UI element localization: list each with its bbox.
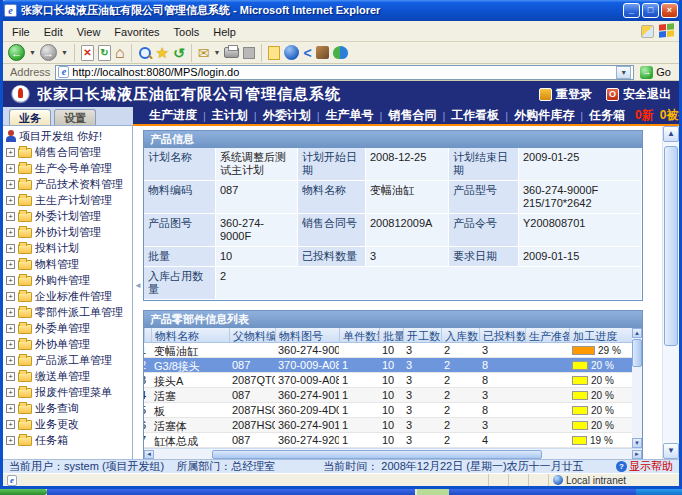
expand-plus-icon[interactable]: +	[6, 244, 15, 253]
notes-button[interactable]	[267, 43, 281, 63]
mail-dropdown-icon[interactable]: ▼	[212, 49, 221, 56]
nav-item-8[interactable]: 任务箱	[583, 107, 631, 124]
expand-plus-icon[interactable]: +	[6, 372, 15, 381]
forward-button[interactable]: →	[39, 43, 58, 63]
scrollbar-thumb[interactable]	[664, 146, 678, 346]
favorites-button[interactable]: ★	[155, 43, 170, 63]
back-button[interactable]: ←	[7, 43, 26, 63]
sidebar-collapse-icon[interactable]: ◄	[134, 281, 142, 290]
stop-button[interactable]: ✕	[80, 43, 95, 63]
back-dropdown-icon[interactable]: ▼	[28, 49, 37, 56]
menu-favorites[interactable]: Favorites	[107, 24, 166, 40]
tree-item-7[interactable]: +投料计划	[3, 240, 132, 256]
mail-button[interactable]: ✉	[197, 43, 211, 63]
tab-业务[interactable]: 业务	[9, 109, 51, 125]
tree-item-3[interactable]: +产品技术资料管理	[3, 176, 132, 192]
messenger-button[interactable]	[283, 43, 300, 63]
minimize-button[interactable]: _	[623, 3, 640, 18]
tree-item-16[interactable]: +报废件管理菜单	[3, 384, 132, 400]
scroll-down-icon[interactable]: ▼	[663, 443, 679, 459]
col-8[interactable]: 已投料数	[479, 328, 525, 342]
table-row[interactable]: 3接头A2087QT002370-009-A085011032820 %	[144, 373, 642, 388]
address-dropdown-icon[interactable]: ▼	[616, 66, 631, 79]
table-row[interactable]: 2G3/8接头087370-009-A084011032820 %	[144, 358, 642, 373]
expand-plus-icon[interactable]: +	[6, 260, 15, 269]
title-bar[interactable]: e 张家口长城液压油缸有限公司管理信息系统 - Microsoft Intern…	[0, 0, 682, 21]
menu-edit[interactable]: Edit	[37, 24, 70, 40]
menu-file[interactable]: File	[5, 24, 37, 40]
edit-button[interactable]	[242, 43, 256, 63]
tree-item-19[interactable]: +任务箱	[3, 432, 132, 448]
nav-item-3[interactable]: 外委计划	[257, 107, 317, 124]
col-3[interactable]: 物料图号	[275, 328, 339, 342]
maximize-button[interactable]: □	[642, 3, 659, 18]
scroll-right-icon[interactable]: ►	[632, 450, 642, 459]
expand-plus-icon[interactable]: +	[6, 308, 15, 317]
print-button[interactable]	[223, 43, 240, 63]
expand-plus-icon[interactable]: +	[6, 148, 15, 157]
expand-plus-icon[interactable]: +	[6, 212, 15, 221]
expand-plus-icon[interactable]: +	[6, 228, 15, 237]
taskbar-item[interactable]	[417, 489, 449, 495]
nav-item-6[interactable]: 工作看板	[445, 107, 505, 124]
scroll-up-icon[interactable]: ▲	[663, 126, 679, 142]
tree-item-5[interactable]: +外委计划管理	[3, 208, 132, 224]
nav-item-1[interactable]: 生产进度	[143, 107, 203, 124]
forward-dropdown-icon[interactable]: ▼	[60, 49, 69, 56]
expand-plus-icon[interactable]: +	[6, 164, 15, 173]
start-button[interactable]	[0, 489, 47, 495]
col-1[interactable]: 物料名称	[151, 328, 229, 342]
expand-plus-icon[interactable]: +	[6, 340, 15, 349]
col-4[interactable]: 单件数量	[339, 328, 379, 342]
tree-item-11[interactable]: +零部件派工单管理	[3, 304, 132, 320]
tree-item-8[interactable]: +物料管理	[3, 256, 132, 272]
tree-item-6[interactable]: +外协计划管理	[3, 224, 132, 240]
tree-item-13[interactable]: +外协单管理	[3, 336, 132, 352]
expand-plus-icon[interactable]: +	[6, 180, 15, 189]
scroll-up-icon[interactable]: ▲	[632, 328, 642, 338]
col-7[interactable]: 入库数	[441, 328, 479, 342]
tree-item-10[interactable]: +企业标准件管理	[3, 288, 132, 304]
expand-plus-icon[interactable]: +	[6, 388, 15, 397]
tree-item-1[interactable]: +销售合同管理	[3, 144, 132, 160]
refresh-button[interactable]: ↻	[97, 43, 112, 63]
expand-plus-icon[interactable]: +	[6, 420, 15, 429]
expand-plus-icon[interactable]: +	[6, 356, 15, 365]
show-help-link[interactable]: ? 显示帮助	[616, 459, 673, 473]
col-9[interactable]: 生产准备	[525, 328, 569, 342]
expand-plus-icon[interactable]: +	[6, 196, 15, 205]
tree-item-18[interactable]: +业务更改	[3, 416, 132, 432]
nav-item-5[interactable]: 销售合同	[382, 107, 442, 124]
history-button[interactable]: ↺	[172, 43, 186, 63]
menu-help[interactable]: Help	[206, 24, 243, 40]
nav-item-4[interactable]: 生产单号	[320, 107, 380, 124]
table-row[interactable]: 7缸体总成087360-274-9200F11032419 %	[144, 433, 642, 448]
nav-item-7[interactable]: 外购件库存	[508, 107, 580, 124]
col-5[interactable]: 批量	[379, 328, 403, 342]
tab-设置[interactable]: 设置	[54, 109, 96, 125]
research-button[interactable]	[315, 43, 330, 63]
windows-taskbar[interactable]	[0, 489, 682, 495]
expand-plus-icon[interactable]: +	[6, 292, 15, 301]
parts-table-hscrollbar[interactable]: ◄ ►	[144, 448, 642, 459]
scroll-left-icon[interactable]: ◄	[144, 450, 154, 459]
menu-view[interactable]: View	[70, 24, 108, 40]
tree-item-9[interactable]: +外购件管理	[3, 272, 132, 288]
tree-item-4[interactable]: +主生产计划管理	[3, 192, 132, 208]
msn-button[interactable]: <	[302, 43, 312, 63]
col-10[interactable]: 加工进度	[569, 328, 627, 342]
tree-item-12[interactable]: +外委单管理	[3, 320, 132, 336]
menu-tools[interactable]: Tools	[167, 24, 207, 40]
col-6[interactable]: 开工数	[403, 328, 441, 342]
home-button[interactable]: ⌂	[114, 43, 126, 63]
expand-plus-icon[interactable]: +	[6, 276, 15, 285]
table-row[interactable]: 5板2087HS002360-209-4D01011032820 %	[144, 403, 642, 418]
scroll-down-icon[interactable]: ▼	[632, 438, 642, 448]
tree-item-17[interactable]: +业务查询	[3, 400, 132, 416]
address-input[interactable]: e http://localhost:8080/MPS/login.do ▼	[55, 65, 634, 80]
go-button[interactable]: → Go	[634, 66, 677, 79]
close-button[interactable]: ×	[661, 3, 678, 18]
col-2[interactable]: 父物料编码	[229, 328, 275, 342]
search-button[interactable]	[137, 43, 153, 63]
table-row[interactable]: 4活塞087360-274-9010F11032320 %	[144, 388, 642, 403]
